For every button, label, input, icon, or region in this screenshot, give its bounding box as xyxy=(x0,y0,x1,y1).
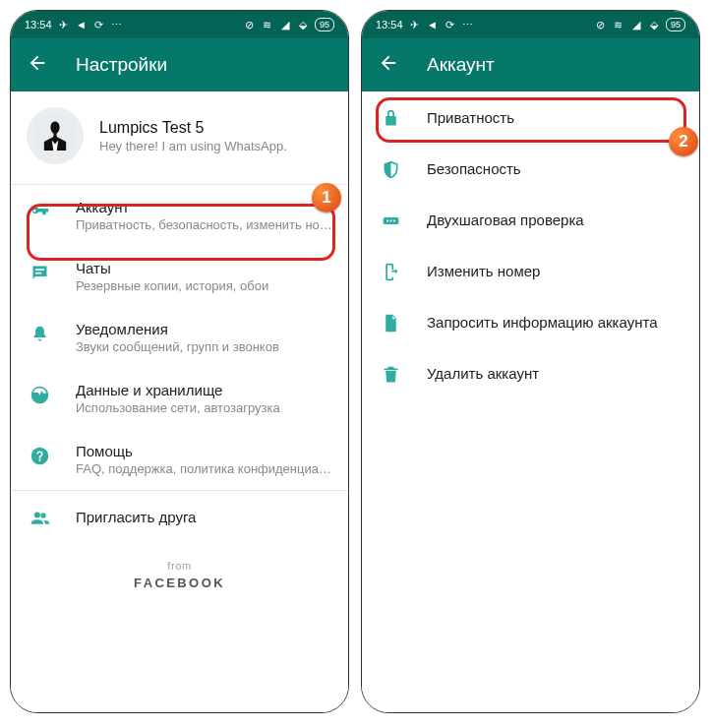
statusbar: 13:54 ✈ ◄ ⟳ ⋯ ⊘ ≋ ◢ ⬙ 95 xyxy=(11,11,348,38)
back-icon[interactable] xyxy=(27,52,48,78)
help-icon xyxy=(29,445,50,466)
settings-notifications[interactable]: Уведомления Звуки сообщений, групп и зво… xyxy=(11,307,348,368)
footer-from: from xyxy=(11,560,348,572)
account-security[interactable]: Безопасность xyxy=(362,143,699,194)
row-title: Уведомления xyxy=(76,321,332,337)
row-title: Безопасность xyxy=(427,160,683,177)
signal-icon: ◢ xyxy=(279,19,291,30)
settings-data[interactable]: Данные и хранилище Использование сети, а… xyxy=(11,368,348,429)
profile-row[interactable]: Lumpics Test 5 Hey there! I am using Wha… xyxy=(11,91,348,184)
chat-icon xyxy=(29,262,50,283)
page-title: Аккаунт xyxy=(427,54,495,76)
svg-point-2 xyxy=(386,219,387,221)
account-content: Приватность Безопасность Двухшаговая про… xyxy=(362,91,699,712)
phone-left: 13:54 ✈ ◄ ⟳ ⋯ ⊘ ≋ ◢ ⬙ 95 Настройки Lumpi… xyxy=(10,10,349,713)
lock-icon xyxy=(380,107,401,129)
bell-icon xyxy=(29,323,50,344)
account-delete[interactable]: Удалить аккаунт xyxy=(362,347,699,398)
profile-status: Hey there! I am using WhatsApp. xyxy=(99,139,332,153)
row-sub: Резервные копии, история, обои xyxy=(76,278,332,293)
alarm-off-icon: ⊘ xyxy=(244,19,256,30)
more-icon: ⋯ xyxy=(111,19,123,30)
row-title: Приватность xyxy=(427,109,683,126)
svg-point-4 xyxy=(392,219,394,221)
row-title: Аккаунт xyxy=(76,199,332,215)
row-title: Чаты xyxy=(76,260,332,276)
battery-indicator: 95 xyxy=(315,18,334,31)
status-time: 13:54 xyxy=(25,19,52,30)
settings-account[interactable]: Аккаунт Приватность, безопасность, измен… xyxy=(11,185,348,246)
sync-icon: ⟳ xyxy=(93,19,105,30)
svg-point-3 xyxy=(389,219,391,221)
alarm-off-icon: ⊘ xyxy=(595,19,607,30)
avatar xyxy=(27,107,84,164)
row-sub: Использование сети, автозагрузка xyxy=(76,400,332,415)
settings-content: Lumpics Test 5 Hey there! I am using Wha… xyxy=(11,91,348,712)
location-icon: ◄ xyxy=(76,19,88,30)
callout-marker-1: 1 xyxy=(312,183,341,212)
row-title: Пригласить друга xyxy=(76,509,332,525)
row-title: Двухшаговая проверка xyxy=(427,212,683,228)
location-icon: ◄ xyxy=(427,19,439,30)
row-title: Помощь xyxy=(76,443,332,459)
dots-icon xyxy=(380,210,401,231)
settings-invite[interactable]: Пригласить друга xyxy=(11,491,348,542)
footer-brand: FACEBOOK xyxy=(11,576,348,590)
wifi-icon: ⬙ xyxy=(297,19,309,30)
footer: from FACEBOOK xyxy=(11,542,348,606)
row-sub: Звуки сообщений, групп и звонков xyxy=(76,339,332,354)
account-change-number[interactable]: Изменить номер xyxy=(362,245,699,296)
profile-name: Lumpics Test 5 xyxy=(99,119,332,137)
callout-marker-2: 2 xyxy=(669,127,698,156)
account-two-step[interactable]: Двухшаговая проверка xyxy=(362,194,699,245)
signal-icon: ◢ xyxy=(630,19,642,30)
key-icon xyxy=(29,201,50,222)
people-icon xyxy=(29,507,50,528)
trash-icon xyxy=(380,363,401,385)
row-title: Запросить информацию аккаунта xyxy=(427,314,683,331)
status-time: 13:54 xyxy=(376,19,403,30)
more-icon: ⋯ xyxy=(462,19,474,30)
appbar: Настройки xyxy=(11,38,348,91)
row-sub: FAQ, поддержка, политика конфиденциальн.… xyxy=(76,461,332,476)
account-request-info[interactable]: Запросить информацию аккаунта xyxy=(362,296,699,347)
row-title: Изменить номер xyxy=(427,263,683,279)
statusbar: 13:54 ✈ ◄ ⟳ ⋯ ⊘ ≋ ◢ ⬙ 95 xyxy=(362,11,699,38)
settings-help[interactable]: Помощь FAQ, поддержка, политика конфиден… xyxy=(11,429,348,490)
phone-swap-icon xyxy=(380,261,401,282)
sync-icon: ⟳ xyxy=(445,19,456,30)
page-title: Настройки xyxy=(76,54,167,76)
shield-icon xyxy=(380,158,401,180)
battery-indicator: 95 xyxy=(666,18,685,31)
settings-chats[interactable]: Чаты Резервные копии, история, обои xyxy=(11,246,348,307)
vibrate-icon: ≋ xyxy=(613,19,624,30)
phone-right: 13:54 ✈ ◄ ⟳ ⋯ ⊘ ≋ ◢ ⬙ 95 Аккаунт Приватн… xyxy=(361,10,700,713)
row-sub: Приватность, безопасность, изменить номе… xyxy=(76,217,332,232)
document-icon xyxy=(380,312,401,334)
data-icon xyxy=(29,384,50,405)
wifi-icon: ⬙ xyxy=(648,19,660,30)
telegram-icon: ✈ xyxy=(409,19,421,30)
back-icon[interactable] xyxy=(378,52,399,78)
vibrate-icon: ≋ xyxy=(262,19,273,30)
row-title: Данные и хранилище xyxy=(76,382,332,398)
row-title: Удалить аккаунт xyxy=(427,365,683,382)
telegram-icon: ✈ xyxy=(58,19,70,30)
account-privacy[interactable]: Приватность xyxy=(362,91,699,143)
appbar: Аккаунт xyxy=(362,38,699,91)
